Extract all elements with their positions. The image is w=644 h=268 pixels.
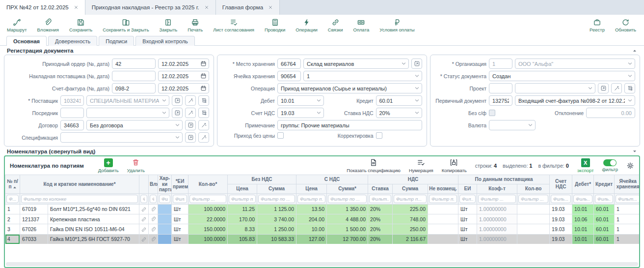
chain-icon[interactable] xyxy=(141,237,147,242)
cell-code[interactable]: 121337 xyxy=(20,214,48,224)
cell-vat_account[interactable]: 19.03 xyxy=(550,224,572,234)
col-vat-sum-header[interactable]: Сумма xyxy=(393,184,428,193)
col-storage-cell-header[interactable]: Ячейка хранения xyxy=(615,175,640,194)
calendar-icon[interactable] xyxy=(200,73,207,79)
storage-place-code-input[interactable] xyxy=(277,59,301,69)
col-price-no-vat-header[interactable]: Цена xyxy=(228,184,257,193)
cell-price_no_vat[interactable]: 105.83 xyxy=(228,234,257,244)
cell-price_vat[interactable]: 10.00 xyxy=(296,224,327,234)
toolbar-save-button[interactable]: Сохранить xyxy=(69,18,92,32)
organization-combo[interactable] xyxy=(515,59,635,69)
currency-combo[interactable] xyxy=(489,120,536,130)
no-price-receipt-checkbox[interactable] xyxy=(277,132,284,139)
copy-button[interactable]: Копировать xyxy=(442,158,467,173)
no-invoice-checkbox[interactable] xyxy=(489,110,495,116)
toolbar-route-button[interactable]: Маршрут xyxy=(7,18,27,32)
specification-combo[interactable] xyxy=(60,132,183,143)
col-credit-header[interactable]: Кредит xyxy=(594,175,615,194)
tab-input-control[interactable]: Входной контроль xyxy=(135,36,195,46)
cell-num[interactable]: 1 xyxy=(5,204,20,214)
supplier-combo[interactable] xyxy=(86,95,169,106)
cell-clip[interactable] xyxy=(149,214,158,224)
group-supplier-data-header[interactable]: По данным поставщика xyxy=(458,175,550,184)
cell-rate[interactable]: 20% xyxy=(368,204,393,214)
col-code-name-header[interactable]: Код и краткое наименование* xyxy=(20,175,139,194)
collapse-up-icon[interactable] xyxy=(632,48,637,53)
cell-sup_qty[interactable] xyxy=(517,224,550,234)
cell-price_vat[interactable]: 127.00 xyxy=(296,234,327,244)
cell-sum_vat[interactable]: 4 488.00 xyxy=(327,214,368,224)
col-not-reimbursed-header[interactable]: Не возмещ. xyxy=(428,184,458,193)
cell-rate[interactable]: 20% xyxy=(368,234,393,244)
filter-input[interactable] xyxy=(616,195,640,203)
contract-code-input[interactable] xyxy=(60,120,84,130)
group-vat-header[interactable]: НДС xyxy=(368,175,458,184)
storage-place-value-input[interactable] xyxy=(303,59,409,69)
intermediary-open-card-button[interactable] xyxy=(172,108,183,118)
intermediary-hierarchy-button[interactable] xyxy=(198,108,209,118)
cell-sup_ei[interactable]: Шт xyxy=(458,224,477,234)
supplier-code-input[interactable] xyxy=(60,95,84,106)
vat-rate-value-input[interactable] xyxy=(376,108,423,118)
document-status-combo[interactable] xyxy=(489,71,635,81)
toolbar-payment-terms-button[interactable]: Условия оплаты xyxy=(379,18,414,32)
cell-sum_no_vat[interactable]: 1 125.00 xyxy=(257,204,296,214)
batch-characteristics-cell[interactable] xyxy=(158,214,172,224)
vat-account-value-input[interactable] xyxy=(277,108,324,118)
primary-document-code-input[interactable] xyxy=(489,95,512,106)
supplier-open-card-button[interactable] xyxy=(172,95,183,106)
document-status-value-input[interactable] xyxy=(489,71,635,81)
cell-vat_sum[interactable]: 250.00 xyxy=(393,224,428,234)
project-code-input[interactable] xyxy=(489,83,512,93)
tab-main[interactable]: Основная xyxy=(6,36,47,46)
cell-qty[interactable]: 22.0000 xyxy=(188,214,228,224)
project-value-input[interactable] xyxy=(515,83,595,93)
col-vat-rate-header[interactable]: Ставка xyxy=(368,184,393,193)
operation-value-input[interactable] xyxy=(277,83,422,93)
cell-link[interactable] xyxy=(139,204,149,214)
filter-toggle[interactable]: фильтр xyxy=(602,159,618,172)
col-supplier-unit-header[interactable]: ЕИ xyxy=(458,184,477,193)
contract-open-card-button[interactable] xyxy=(185,120,196,130)
cell-cell[interactable]: 1 xyxy=(615,234,640,244)
group-with-vat-header[interactable]: С НДС xyxy=(296,175,368,184)
col-price-vat-header[interactable]: Цена xyxy=(296,184,327,193)
filter-input[interactable] xyxy=(6,195,19,203)
project-combo[interactable] xyxy=(515,83,595,93)
filter-input[interactable] xyxy=(173,195,187,203)
filter-input[interactable] xyxy=(478,195,516,203)
cell-vat_account[interactable]: 19.03 xyxy=(550,234,572,244)
col-batch-characteristics-header[interactable]: Хар-ки партии xyxy=(158,175,172,194)
storage-cell-value-input[interactable] xyxy=(303,71,422,81)
toolbar-attachments-button[interactable]: Вложения xyxy=(37,18,59,32)
toolbar-payment-button[interactable]: Оплата xyxy=(353,18,370,32)
tab-signatures[interactable]: Подписи xyxy=(99,36,134,46)
cell-sum_vat[interactable]: 1 500.00 xyxy=(327,224,368,234)
cell-debit[interactable]: 10.01 xyxy=(572,234,594,244)
filter-input[interactable] xyxy=(258,195,295,203)
specification-open-card-button[interactable] xyxy=(185,132,196,143)
filter-input[interactable] xyxy=(159,195,170,203)
window-tab-main-form[interactable]: Главная форма xyxy=(216,0,280,15)
table-row[interactable]: 167019Болт М10*1,25-6g*40 по DIN 6921Шт1… xyxy=(5,204,641,214)
specification-value-input[interactable] xyxy=(60,132,183,143)
filter-input[interactable] xyxy=(551,195,571,203)
close-icon[interactable] xyxy=(268,5,273,10)
paperclip-icon[interactable] xyxy=(150,237,156,242)
col-sum-vat-header[interactable]: Сумма* xyxy=(327,184,368,193)
cell-sum_no_vat[interactable]: 1 250.00 xyxy=(257,224,296,234)
col-attachments-header[interactable]: Влж xyxy=(149,175,158,194)
cell-ei[interactable]: Шт xyxy=(172,234,188,244)
project-open-card-button[interactable] xyxy=(598,83,609,93)
credit-combo[interactable] xyxy=(376,95,423,106)
contract-value-input[interactable] xyxy=(86,120,183,130)
cell-name[interactable]: Гайка М10*1,25 6Н ГОСТ 5927-70 xyxy=(48,234,139,244)
filter-input[interactable] xyxy=(595,195,613,203)
filter-input[interactable] xyxy=(297,195,325,203)
filter-input[interactable] xyxy=(140,195,147,203)
supplier-value-input[interactable] xyxy=(86,95,169,106)
organization-code-input[interactable] xyxy=(489,59,512,69)
toolbar-operations-button[interactable]: Операции xyxy=(295,18,317,32)
cell-vat_account[interactable]: 19.03 xyxy=(550,204,572,214)
filter-input[interactable] xyxy=(189,195,226,203)
